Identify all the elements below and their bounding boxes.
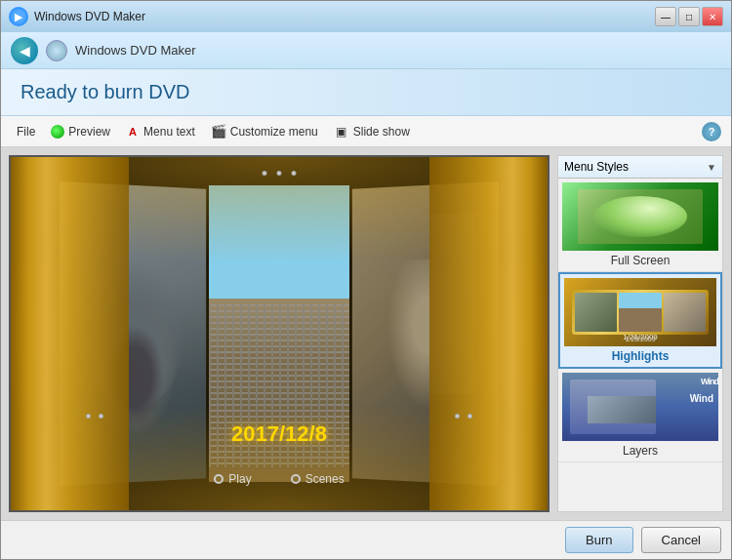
title-bar-left: ▶ Windows DVD Maker	[9, 7, 145, 26]
slideshow-button[interactable]: ▣ Slide show	[328, 121, 416, 142]
file-menu[interactable]: File	[11, 122, 41, 141]
menu-text-button[interactable]: A Menu text	[120, 122, 201, 141]
window-controls: — □ ✕	[655, 7, 723, 26]
scenes-label: Scenes	[305, 472, 345, 486]
close-button[interactable]: ✕	[702, 7, 723, 26]
maximize-button[interactable]: □	[678, 7, 700, 26]
scenes-control: Scenes	[291, 472, 345, 486]
styles-panel: Menu Styles ▼ Full Screen	[557, 155, 723, 512]
preview-button[interactable]: Preview	[45, 122, 116, 141]
slideshow-icon: ▣	[334, 124, 349, 140]
cancel-button[interactable]: Cancel	[641, 527, 721, 553]
slideshow-label: Slide show	[353, 125, 410, 139]
scenes-radio[interactable]	[291, 474, 301, 484]
menu-text-icon: A	[126, 125, 140, 139]
help-button[interactable]: ?	[702, 122, 721, 141]
style-label-layers: Layers	[562, 444, 718, 458]
customize-menu-button[interactable]: 🎬 Customize menu	[205, 121, 324, 142]
page-title: Ready to burn DVD	[20, 81, 712, 103]
window-title: Windows DVD Maker	[34, 10, 145, 23]
styles-list: Full Screen	[558, 179, 722, 511]
customize-menu-label: Customize menu	[230, 125, 318, 139]
play-control: Play	[214, 472, 251, 486]
gold-bar-right	[429, 157, 548, 510]
nav-bar: ◀ Windows DVD Maker	[1, 32, 731, 69]
style-label-highlights: Highlights	[564, 349, 716, 363]
file-label: File	[17, 125, 35, 139]
dropdown-arrow-icon: ▼	[707, 162, 716, 173]
style-thumb-full-screen	[562, 182, 718, 251]
style-thumb-layers: Wind	[562, 373, 718, 441]
thumb-layers-bg: Wind	[562, 373, 718, 441]
dvd-date: 2017/12/8	[11, 421, 548, 447]
decorative-dots-right	[455, 414, 472, 419]
thumb-highlights-bg: 1/26/2009	[564, 278, 716, 346]
minimize-button[interactable]: —	[655, 7, 676, 26]
menu-styles-dropdown[interactable]: Menu Styles ▼	[558, 156, 722, 179]
play-radio[interactable]	[214, 474, 224, 484]
gold-bar-left	[11, 157, 129, 510]
menu-styles-label: Menu Styles	[564, 160, 629, 174]
dvd-icon	[46, 40, 67, 61]
back-button[interactable]: ◀	[11, 37, 38, 64]
nav-app-title: Windows DVD Maker	[75, 43, 196, 58]
footer: Burn Cancel	[1, 520, 731, 559]
customize-menu-icon: 🎬	[211, 124, 226, 140]
style-item-full-screen[interactable]: Full Screen	[558, 179, 722, 272]
main-content: 2017/12/8 Play Scenes Menu Styl	[1, 147, 731, 520]
preview-icon	[51, 125, 64, 139]
thumb-fullscreen-bg	[562, 182, 718, 251]
burn-button[interactable]: Burn	[565, 527, 632, 553]
menu-text-label: Menu text	[143, 125, 195, 139]
header-banner: Ready to burn DVD	[1, 69, 731, 116]
toolbar: File Preview A Menu text 🎬 Customize men…	[1, 116, 731, 147]
style-item-layers[interactable]: Wind Layers	[558, 369, 722, 462]
style-label-full-screen: Full Screen	[562, 254, 718, 267]
preview-area: 2017/12/8 Play Scenes	[9, 155, 549, 512]
style-item-highlights[interactable]: 1/26/2009 Highlights	[558, 272, 722, 369]
app-icon: ▶	[9, 7, 28, 26]
main-window: ▶ Windows DVD Maker — □ ✕ ◀ Windows DVD …	[0, 0, 732, 560]
preview-label: Preview	[68, 125, 110, 139]
decorative-dots-top	[263, 171, 297, 176]
play-label: Play	[228, 472, 251, 486]
title-bar: ▶ Windows DVD Maker — □ ✕	[1, 1, 731, 32]
decorative-dots-left	[86, 414, 103, 419]
dvd-controls: Play Scenes	[11, 472, 548, 486]
style-thumb-highlights: 1/26/2009	[564, 278, 716, 346]
preview-background: 2017/12/8 Play Scenes	[11, 157, 548, 510]
